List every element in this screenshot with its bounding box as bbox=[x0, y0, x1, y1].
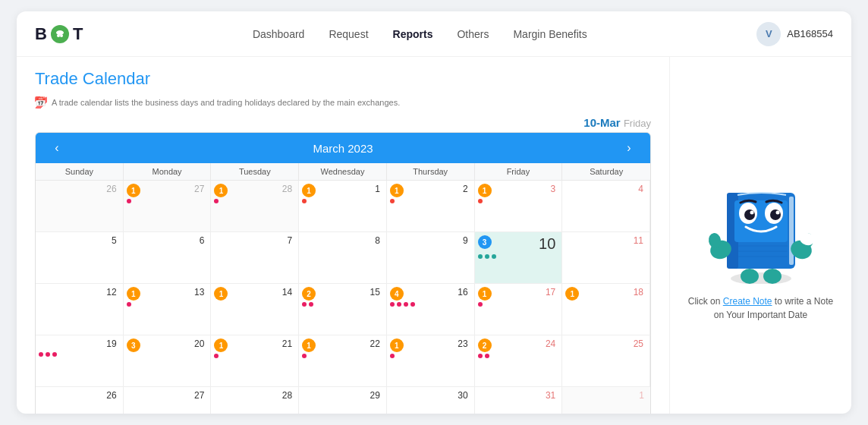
nav-links: Dashboard Request Reports Others Margin … bbox=[253, 28, 587, 40]
cal-cell-mar26[interactable]: 26 bbox=[36, 387, 124, 414]
cal-cell-mar31[interactable]: 31 bbox=[475, 387, 563, 414]
subtitle: 📅 A trade calendar lists the business da… bbox=[35, 96, 651, 109]
cal-cell-feb27[interactable]: 127 bbox=[124, 181, 212, 232]
mascot-svg bbox=[704, 151, 818, 284]
cal-cell-mar7[interactable]: 7 bbox=[211, 232, 299, 284]
logo-b: B bbox=[35, 24, 47, 44]
cal-cell-mar2[interactable]: 12 bbox=[387, 181, 475, 232]
user-name: AB168554 bbox=[787, 28, 833, 39]
logo-t: T bbox=[73, 24, 83, 44]
day-header-wed: Wednesday bbox=[299, 163, 387, 181]
svg-point-11 bbox=[770, 209, 781, 220]
svg-point-12 bbox=[750, 210, 753, 214]
current-date-display: 10-Mar Friday bbox=[35, 116, 651, 129]
logo-icon bbox=[51, 25, 69, 43]
cal-cell-mar4[interactable]: 4 bbox=[562, 181, 650, 232]
cal-cell-mar12[interactable]: 12 bbox=[36, 284, 124, 335]
day-header-sat: Saturday bbox=[562, 163, 650, 181]
mascot bbox=[700, 149, 822, 285]
cal-cell-mar9[interactable]: 9 bbox=[387, 232, 475, 284]
cal-cell-mar21[interactable]: 121 bbox=[211, 335, 299, 387]
month-label: March 2023 bbox=[313, 142, 373, 155]
cal-cell-mar14[interactable]: 114 bbox=[211, 284, 299, 335]
cal-cell-mar5[interactable]: 5 bbox=[36, 232, 124, 284]
cal-cell-feb26[interactable]: 26 bbox=[36, 181, 124, 232]
cal-cell-mar24[interactable]: 224 bbox=[475, 335, 563, 387]
day-header-fri: Friday bbox=[475, 163, 563, 181]
svg-point-3 bbox=[731, 272, 791, 284]
cal-cell-mar3[interactable]: 13 bbox=[475, 181, 563, 232]
day-header-tue: Tuesday bbox=[211, 163, 299, 181]
create-note-link[interactable]: Create Note bbox=[723, 296, 772, 307]
svg-point-2 bbox=[60, 34, 63, 37]
page-title: Trade Calendar bbox=[35, 69, 651, 89]
day-header-thu: Thursday bbox=[387, 163, 475, 181]
cal-cell-mar28[interactable]: 28 bbox=[211, 387, 299, 414]
cal-cell-mar22[interactable]: 122 bbox=[299, 335, 387, 387]
nav-reports[interactable]: Reports bbox=[393, 28, 433, 40]
cal-cell-feb28[interactable]: 128 bbox=[211, 181, 299, 232]
day-headers: Sunday Monday Tuesday Wednesday Thursday… bbox=[36, 163, 650, 181]
calendar-weeks: 26 127 128 11 12 bbox=[36, 181, 650, 414]
nav-dashboard[interactable]: Dashboard bbox=[253, 28, 305, 40]
svg-point-10 bbox=[744, 209, 755, 220]
cal-cell-mar29[interactable]: 29 bbox=[299, 387, 387, 414]
navbar: B T Dashboard Request Reports Others Mar… bbox=[17, 11, 851, 57]
logo: B T bbox=[35, 24, 83, 44]
right-panel-text: Click on Create Note to write a Note on … bbox=[682, 294, 839, 322]
calendar: ‹ March 2023 › Sunday Monday Tuesday Wed… bbox=[35, 132, 651, 414]
cal-cell-mar8[interactable]: 8 bbox=[299, 232, 387, 284]
cal-cell-mar1[interactable]: 11 bbox=[299, 181, 387, 232]
day-header-sun: Sunday bbox=[36, 163, 124, 181]
nav-request[interactable]: Request bbox=[329, 28, 368, 40]
cal-cell-mar23[interactable]: 123 bbox=[387, 335, 475, 387]
cal-cell-mar6[interactable]: 6 bbox=[124, 232, 212, 284]
right-panel: Click on Create Note to write a Note on … bbox=[669, 57, 851, 414]
prev-month-btn[interactable]: ‹ bbox=[48, 139, 66, 157]
cal-cell-mar13[interactable]: 113 bbox=[124, 284, 212, 335]
cal-cell-mar16[interactable]: 416 bbox=[387, 284, 475, 335]
main-content: Trade Calendar 📅 A trade calendar lists … bbox=[17, 57, 851, 414]
svg-point-1 bbox=[57, 34, 60, 37]
svg-point-20 bbox=[763, 269, 782, 284]
svg-point-0 bbox=[56, 30, 64, 35]
left-panel: Trade Calendar 📅 A trade calendar lists … bbox=[17, 57, 669, 414]
cal-cell-mar10[interactable]: 3 10 bbox=[475, 232, 563, 284]
user-info: V AB168554 bbox=[756, 22, 833, 46]
cal-cell-mar20[interactable]: 320 bbox=[124, 335, 212, 387]
day-header-mon: Monday bbox=[124, 163, 212, 181]
cal-cell-apr1[interactable]: 1 bbox=[562, 387, 650, 414]
svg-point-13 bbox=[775, 210, 779, 214]
cal-cell-mar19[interactable]: 19 bbox=[36, 335, 124, 387]
cal-cell-mar27[interactable]: 27 bbox=[124, 387, 212, 414]
nav-margin-benefits[interactable]: Margin Benefits bbox=[513, 28, 587, 40]
cal-cell-mar18[interactable]: 118 bbox=[562, 284, 650, 335]
cal-cell-mar15[interactable]: 215 bbox=[299, 284, 387, 335]
cal-header: ‹ March 2023 › bbox=[36, 133, 650, 163]
user-avatar: V bbox=[756, 22, 781, 46]
cal-cell-mar11[interactable]: 11 bbox=[562, 232, 650, 284]
cal-cell-mar17[interactable]: 117 bbox=[475, 284, 563, 335]
next-month-btn[interactable]: › bbox=[620, 139, 638, 157]
cal-cell-mar30[interactable]: 30 bbox=[387, 387, 475, 414]
svg-point-19 bbox=[741, 269, 759, 284]
cal-cell-mar25[interactable]: 25 bbox=[562, 335, 650, 387]
calendar-icon: 📅 bbox=[35, 96, 47, 109]
nav-others[interactable]: Others bbox=[457, 28, 489, 40]
